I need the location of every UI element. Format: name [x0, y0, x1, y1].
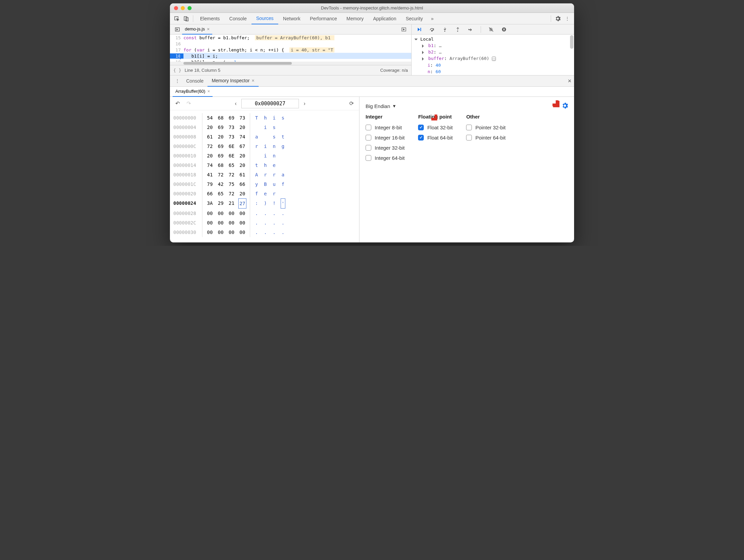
type-checkbox[interactable]: Float 32-bit	[418, 122, 453, 132]
integer-group: Integer Integer 8-bitInteger 16-bitInteg…	[366, 114, 404, 163]
sources-panel: demo-js.js × 15const buffer = b1.buffer;…	[170, 24, 412, 75]
pause-on-exceptions-icon[interactable]	[499, 25, 509, 34]
scope-var[interactable]: str: "This is a string in the ArrayBuffe…	[414, 75, 571, 75]
cursor-position: Line 18, Column 5	[184, 68, 220, 73]
tab-security[interactable]: Security	[401, 13, 428, 24]
address-input[interactable]	[241, 99, 299, 108]
main-tab-bar: ElementsConsoleSourcesNetworkPerformance…	[170, 13, 574, 24]
close-icon[interactable]: ×	[207, 26, 210, 32]
scope-var[interactable]: b2: …	[414, 49, 571, 55]
value-types-panel: Big Endian ▾ Integer Integer 8-bitIntege…	[359, 97, 574, 242]
refresh-icon[interactable]: ⟳	[347, 100, 356, 107]
scope-var[interactable]: n: 60	[414, 68, 571, 75]
type-checkbox[interactable]: Integer 32-bit	[366, 143, 404, 153]
tab-application[interactable]: Application	[368, 13, 401, 24]
undo-icon[interactable]: ↶	[173, 100, 182, 107]
svg-rect-1	[184, 17, 187, 20]
settings-gear-icon[interactable]	[562, 103, 568, 110]
navigator-icon[interactable]	[173, 25, 182, 34]
svg-rect-11	[503, 28, 504, 30]
other-group: Other Pointer 32-bitPointer 64-bit	[466, 114, 505, 163]
tab-performance[interactable]: Performance	[305, 13, 342, 24]
tab-console[interactable]: Console	[224, 13, 251, 24]
scope-var[interactable]: buffer: ArrayBuffer(60) ⬚	[414, 55, 571, 62]
inspect-icon[interactable]	[172, 14, 181, 23]
debugger-panel: Local b1: … b2: … buffer: ArrayBuffer(60…	[412, 24, 574, 75]
type-checkbox[interactable]: Pointer 32-bit	[466, 122, 505, 132]
close-icon[interactable]: ×	[251, 78, 254, 83]
chevron-down-icon: ▾	[393, 103, 396, 109]
devtools-window: DevTools - memory-inspector.glitch.me/de…	[170, 3, 574, 242]
horizontal-scrollbar[interactable]	[170, 62, 411, 65]
redo-icon[interactable]: ↷	[184, 100, 193, 107]
group-title: Integer	[366, 114, 404, 120]
type-checkbox[interactable]: Integer 8-bit	[366, 122, 404, 132]
mi-tab-bar: ArrayBuffer(60) ×	[170, 87, 574, 97]
type-checkbox[interactable]: Integer 16-bit	[366, 132, 404, 143]
resume-icon[interactable]	[414, 25, 424, 34]
scope-var[interactable]: b1: …	[414, 42, 571, 49]
close-drawer-icon[interactable]: ×	[568, 78, 571, 85]
group-title: Other	[466, 114, 505, 120]
annotation-arrow-icon	[426, 110, 439, 123]
drawer-tab-console[interactable]: Console	[182, 75, 207, 87]
titlebar: DevTools - memory-inspector.glitch.me/de…	[170, 3, 574, 13]
tab-elements[interactable]: Elements	[195, 13, 224, 24]
type-checkbox[interactable]: Float 64-bit	[418, 132, 453, 143]
drawer-tab-memory-inspector[interactable]: Memory Inspector ×	[207, 75, 258, 87]
more-menu-icon[interactable]: ⋮	[563, 14, 572, 23]
svg-point-9	[468, 29, 469, 30]
scope-local-header[interactable]: Local	[420, 37, 434, 42]
type-checkbox[interactable]: Pointer 64-bit	[466, 132, 505, 143]
hex-table[interactable]: 0000000054686973This0000000420697320 is …	[170, 110, 359, 240]
memory-hex-panel: ↶ ↷ ‹ › ⟳ 0000000054686973This0000000420…	[170, 97, 359, 242]
drawer-tab-bar: ⋮ Console Memory Inspector × ×	[170, 75, 574, 87]
svg-point-10	[502, 27, 506, 31]
code-editor[interactable]: 15const buffer = b1.buffer; buffer = Arr…	[170, 35, 411, 62]
file-tab-label: demo-js.js	[185, 26, 205, 31]
tab-network[interactable]: Network	[278, 13, 305, 24]
coverage-label: Coverage: n/a	[380, 68, 408, 73]
svg-point-8	[457, 30, 458, 31]
svg-point-6	[432, 30, 433, 31]
prev-page-icon[interactable]: ‹	[233, 101, 239, 107]
step-into-icon[interactable]	[440, 25, 450, 34]
drawer-menu-icon[interactable]: ⋮	[173, 76, 182, 86]
type-checkbox[interactable]: Integer 64-bit	[366, 153, 404, 163]
scope-pane[interactable]: Local b1: … b2: … buffer: ArrayBuffer(60…	[412, 35, 574, 75]
next-page-icon[interactable]: ›	[302, 101, 307, 107]
more-tabs-icon[interactable]: »	[428, 14, 437, 23]
close-icon[interactable]: ×	[207, 89, 210, 94]
svg-point-7	[444, 30, 445, 31]
run-snippet-icon[interactable]	[399, 25, 409, 34]
device-icon[interactable]	[181, 14, 191, 23]
svg-rect-12	[504, 28, 505, 30]
settings-icon[interactable]	[553, 14, 563, 23]
status-bar: { } Line 18, Column 5 Coverage: n/a	[170, 65, 411, 75]
step-over-icon[interactable]	[427, 25, 437, 34]
tab-memory[interactable]: Memory	[342, 13, 369, 24]
deactivate-breakpoints-icon[interactable]	[486, 25, 496, 34]
tab-sources[interactable]: Sources	[251, 13, 278, 24]
svg-rect-5	[420, 28, 421, 31]
step-icon[interactable]	[466, 25, 475, 34]
mi-buffer-tab[interactable]: ArrayBuffer(60) ×	[173, 87, 213, 97]
endianness-select[interactable]: Big Endian ▾	[366, 103, 396, 109]
window-title: DevTools - memory-inspector.glitch.me/de…	[170, 5, 574, 10]
annotation-arrow-icon	[548, 95, 561, 108]
scope-var[interactable]: i: 40	[414, 62, 571, 68]
file-tab[interactable]: demo-js.js ×	[182, 24, 212, 35]
vertical-scrollbar[interactable]	[570, 35, 573, 49]
step-out-icon[interactable]	[453, 25, 462, 34]
pretty-print-icon[interactable]: { }	[173, 68, 181, 73]
